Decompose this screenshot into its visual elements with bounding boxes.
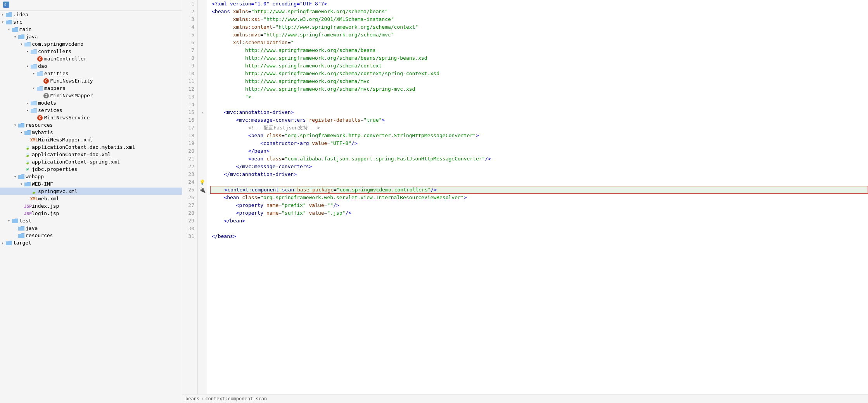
tree-arrow[interactable]: ▾ — [19, 42, 24, 46]
token: property — [239, 202, 263, 209]
code-line-2[interactable]: <beans xmlns="http://www.springframework… — [210, 8, 868, 16]
breadcrumb-item-beans[interactable]: beans — [185, 396, 199, 401]
code-line-4[interactable]: xmlns:context="http://www.springframewor… — [210, 23, 868, 31]
tree-arrow[interactable]: ▾ — [19, 130, 24, 134]
tree-item-MiniNewsMapper[interactable]: IMiniNewsMapper — [0, 92, 182, 99]
tree-item-test[interactable]: ▾test — [0, 217, 182, 224]
token: "suffix" — [282, 209, 306, 217]
file-icon-mainController: C — [36, 56, 43, 62]
tree-item-test-java[interactable]: java — [0, 224, 182, 232]
tree-item-applicationContext-dao.xml[interactable]: 🍃applicationContext-dao.xml — [0, 151, 182, 158]
file-tree: ▸.idea▾src▾main▾java▾com.springmvcdemo▾c… — [0, 11, 182, 246]
code-line-29[interactable]: </bean> — [210, 217, 868, 225]
tree-arrow[interactable]: ▾ — [12, 123, 18, 127]
code-line-26[interactable]: <bean class="org.springframework.web.ser… — [210, 194, 868, 202]
code-line-6[interactable]: xsi:schemaLocation=" — [210, 39, 868, 46]
tree-item-src[interactable]: ▾src — [0, 18, 182, 26]
tree-arrow[interactable]: ▸ — [0, 241, 5, 245]
tree-arrow[interactable]: ▾ — [6, 219, 12, 223]
breadcrumb-item-component-scan[interactable]: context:component-scan — [205, 396, 267, 401]
tree-item-test-resources[interactable]: resources — [0, 232, 182, 239]
tree-item-mainController[interactable]: CmainController — [0, 55, 182, 62]
tree-item-login.jsp[interactable]: JSPlogin.jsp — [0, 210, 182, 217]
code-line-11[interactable]: http://www.springframework.org/schema/mv… — [210, 78, 868, 85]
code-line-25[interactable]: <context:component-scan base-package="co… — [210, 186, 868, 194]
line-number-19: 19 — [185, 140, 194, 147]
tree-item-WEB-INF[interactable]: ▾WEB-INF — [0, 180, 182, 188]
tree-item-web.xml[interactable]: XMLweb.xml — [0, 195, 182, 202]
fold-icon[interactable]: ▾ — [201, 110, 203, 115]
code-line-21[interactable]: <bean class="com.alibaba.fastjson.suppor… — [210, 155, 868, 163]
code-line-19[interactable]: <constructor-arg value="UTF-8"/> — [210, 140, 868, 147]
code-line-16[interactable]: <mvc:message-converters register-default… — [210, 116, 868, 124]
tree-arrow[interactable]: ▾ — [25, 64, 30, 68]
token: "http://www.springframework.org/schema/m… — [263, 31, 394, 39]
code-line-17[interactable]: <!-- 配置Fastjson支持 --> — [210, 124, 868, 132]
code-line-8[interactable]: http://www.springframework.org/schema/be… — [210, 54, 868, 62]
tree-item-main[interactable]: ▾main — [0, 26, 182, 33]
code-line-27[interactable]: <property name="prefix" value=""/> — [210, 202, 868, 209]
code-line-28[interactable]: <property name="suffix" value=".jsp"/> — [210, 209, 868, 217]
tree-item-MiniNewsEntity[interactable]: CMiniNewsEntity — [0, 77, 182, 84]
code-line-3[interactable]: xmlns:xsi="http://www.w3.org/2001/XMLSch… — [210, 16, 868, 23]
code-line-5[interactable]: xmlns:mvc="http://www.springframework.or… — [210, 31, 868, 39]
tree-arrow[interactable]: ▾ — [31, 86, 36, 90]
tree-arrow[interactable]: ▾ — [6, 27, 12, 31]
tree-item-controllers[interactable]: ▾controllers — [0, 48, 182, 55]
code-line-14[interactable] — [210, 101, 868, 108]
gutter-20 — [198, 147, 207, 155]
code-line-31[interactable]: </beans> — [210, 232, 868, 240]
tree-item-springmvc.xml[interactable]: 🍃springmvc.xml — [0, 188, 182, 195]
code-line-30[interactable] — [210, 225, 868, 232]
code-line-9[interactable]: http://www.springframework.org/schema/co… — [210, 62, 868, 70]
tree-arrow[interactable]: ▾ — [12, 174, 18, 179]
code-line-7[interactable]: http://www.springframework.org/schema/be… — [210, 46, 868, 54]
file-icon-web.xml: XML — [30, 196, 37, 202]
tree-item-MiniNewsMapper.xml[interactable]: XMLMiniNewsMapper.xml — [0, 136, 182, 143]
tree-item-models[interactable]: ▸models — [0, 99, 182, 107]
code-line-13[interactable]: "> — [210, 93, 868, 101]
tree-item-com.springmvcdemo[interactable]: ▾com.springmvcdemo — [0, 40, 182, 48]
code-line-12[interactable]: http://www.springframework.org/schema/mv… — [210, 85, 868, 93]
tree-item-applicationContext.dao.mybatis.xml[interactable]: 🍃applicationContext.dao.mybatis.xml — [0, 143, 182, 151]
code-line-24[interactable] — [210, 178, 868, 186]
code-line-1[interactable]: <?xml version="1.0" encoding="UTF-8"?> — [210, 0, 868, 8]
gutter-12 — [198, 85, 207, 93]
code-line-23[interactable]: </mvc:annotation-driven> — [210, 170, 868, 178]
tree-arrow[interactable]: ▾ — [31, 71, 36, 76]
token: bean — [251, 155, 263, 163]
token: http://www.springframework.org/schema/co… — [212, 62, 382, 70]
code-line-18[interactable]: <bean class="org.springframework.http.co… — [210, 132, 868, 140]
tree-item-MiniNewsService[interactable]: CMiniNewsService — [0, 114, 182, 121]
token: xsi:schemaLocation — [212, 39, 288, 46]
tree-item-index.jsp[interactable]: JSPindex.jsp — [0, 202, 182, 210]
tree-arrow[interactable]: ▾ — [25, 108, 30, 112]
tree-item-java[interactable]: ▾java — [0, 33, 182, 40]
tree-arrow[interactable]: ▸ — [0, 12, 5, 17]
code-line-10[interactable]: http://www.springframework.org/schema/co… — [210, 70, 868, 78]
code-area[interactable]: <?xml version="1.0" encoding="UTF-8"?><b… — [207, 0, 868, 394]
tree-item-target[interactable]: ▸target — [0, 239, 182, 246]
code-line-15[interactable]: <mvc:annotation-driven> — [210, 108, 868, 116]
code-line-20[interactable]: </bean> — [210, 147, 868, 155]
tree-item-mybatis[interactable]: ▾mybatis — [0, 129, 182, 136]
code-line-22[interactable]: </mvc:message-converters> — [210, 163, 868, 170]
tree-item-webapp[interactable]: ▾webapp — [0, 173, 182, 180]
tree-arrow[interactable]: ▾ — [12, 34, 18, 39]
editor: 1234567891011121314151617181920212223242… — [182, 0, 868, 403]
tree-item-mappers[interactable]: ▾mappers — [0, 84, 182, 92]
tree-arrow[interactable]: ▾ — [19, 182, 24, 186]
tree-arrow[interactable]: ▾ — [25, 49, 30, 53]
tree-item-applicationContext-spring.xml[interactable]: 🍃applicationContext-spring.xml — [0, 158, 182, 165]
token: = — [260, 31, 263, 39]
tree-item-jdbc.properties[interactable]: Pjdbc.properties — [0, 165, 182, 173]
line-number-12: 12 — [185, 85, 194, 93]
tree-item-entities[interactable]: ▾entities — [0, 70, 182, 77]
tree-item-idea[interactable]: ▸.idea — [0, 11, 182, 18]
gutter-27 — [198, 202, 207, 209]
tree-arrow[interactable]: ▾ — [0, 20, 5, 24]
tree-arrow[interactable]: ▸ — [25, 101, 30, 105]
tree-item-services[interactable]: ▾services — [0, 107, 182, 114]
tree-item-resources[interactable]: ▾resources — [0, 121, 182, 129]
tree-item-dao[interactable]: ▾dao — [0, 62, 182, 70]
